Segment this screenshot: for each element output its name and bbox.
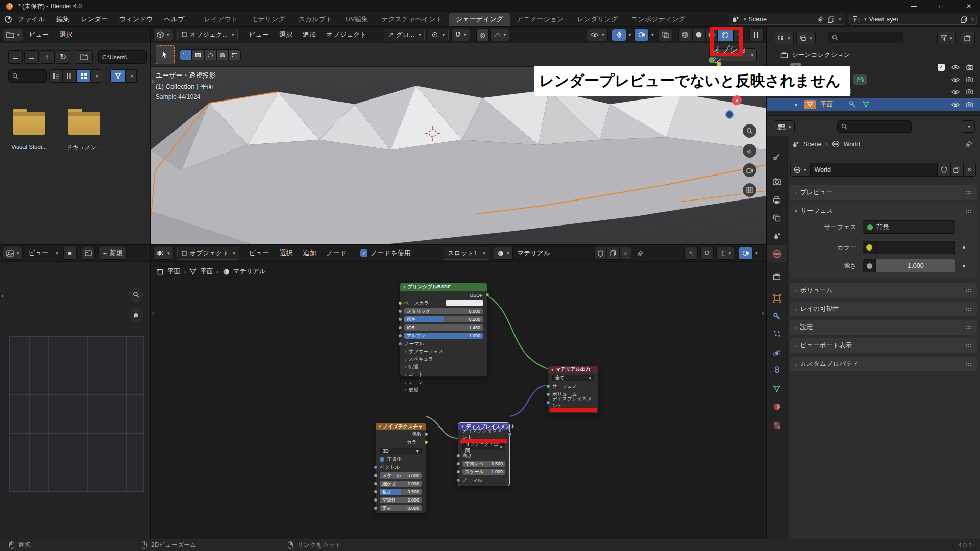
pin-icon[interactable] (965, 140, 973, 148)
filter-icon[interactable] (110, 69, 126, 83)
select-lasso-button[interactable] (216, 49, 229, 60)
hamburger-icon[interactable]: ≡ (63, 247, 77, 260)
blender-menu-icon[interactable] (4, 15, 12, 23)
snap-target-dropdown[interactable]: ▾ (428, 29, 449, 41)
shader-type-dropdown[interactable]: オブジェクト▾ (177, 247, 239, 260)
viewport-pan-hand-icon[interactable] (743, 144, 756, 158)
forward-button[interactable]: → (24, 50, 39, 64)
menu-window[interactable]: ウィンドウ (113, 13, 159, 26)
refresh-button[interactable]: ↻ (56, 50, 70, 64)
display-settings-dropdown[interactable]: ▾ (90, 69, 102, 83)
tab-modifiers[interactable] (767, 308, 787, 325)
image-menu-view[interactable]: ビュー (24, 247, 54, 259)
panel-custom-properties[interactable]: ›カスタムプロパティ (790, 357, 977, 371)
select-circle-button[interactable] (204, 49, 216, 60)
scale-slider[interactable]: スケール1.000 (462, 469, 505, 475)
unlink-scene-icon[interactable]: × (838, 16, 842, 23)
tab-output[interactable] (767, 191, 787, 209)
socket-disp-normal[interactable] (456, 478, 460, 482)
socket-bsdf-out[interactable] (485, 293, 489, 297)
expand-arrow-icon[interactable]: ▸ (795, 102, 798, 107)
new-image-button[interactable]: ＋ 新規 (98, 247, 127, 260)
detail-slider[interactable]: 細かさ2.000 (380, 481, 422, 487)
filter-dropdown[interactable]: ▾ (126, 69, 137, 83)
camera-restrict-icon[interactable] (966, 63, 974, 71)
section-coat[interactable]: ›コート (400, 371, 487, 379)
display-thumbnails-button[interactable] (77, 69, 90, 83)
material-browse-icon[interactable]: ▾ (494, 247, 513, 260)
use-nodes-checkbox[interactable]: ✓ ノードを使用 (360, 248, 411, 258)
base-color-swatch[interactable] (446, 300, 483, 306)
section-subsurface[interactable]: ›サブサーフェス (400, 348, 487, 356)
scene-selector[interactable]: ▾ Scene × (729, 14, 844, 25)
viewlayer-selector[interactable]: ▾ ViewLayer × (849, 14, 977, 25)
shader-editor-type-dropdown[interactable]: ▾ (153, 247, 174, 260)
overlays-dropdown[interactable]: ▾ (651, 32, 654, 37)
eye-icon[interactable] (951, 101, 960, 109)
socket-height-in[interactable] (456, 454, 460, 458)
viewport-menu-select[interactable]: 選択 (275, 29, 297, 41)
viewport-zoom-icon[interactable] (743, 124, 756, 138)
socket-displacement-out[interactable] (508, 432, 512, 436)
viewport-grid-icon[interactable] (743, 183, 756, 197)
parent-node-tree-icon[interactable]: ↰ (684, 247, 698, 260)
panel-viewport-display[interactable]: ›ビューポート表示 (790, 338, 977, 353)
new-viewlayer-icon[interactable] (960, 15, 968, 23)
display-list-vertical-button[interactable] (49, 69, 63, 83)
folder-icon-visual-studio[interactable] (13, 112, 45, 135)
material-name-field[interactable]: マテリアル (513, 246, 595, 260)
outliner-search-input[interactable] (828, 32, 903, 43)
node-noise-texture[interactable]: ▾ノイズテクスチャ 係数 カラー 3D▾ ✓正規化 ベクトル スケール5.000… (375, 422, 426, 513)
tab-scene[interactable] (767, 227, 787, 244)
file-path-field[interactable]: C:\Users\... (98, 50, 147, 64)
file-browser-type-dropdown[interactable]: ▾ (3, 29, 23, 41)
tab-collection[interactable] (767, 268, 787, 285)
camera-restrict-icon[interactable] (966, 101, 974, 109)
new-folder-button[interactable] (76, 50, 93, 64)
properties-options-dropdown[interactable]: ▾ (962, 120, 975, 133)
output-target-dropdown[interactable]: 全て▾ (552, 375, 594, 381)
socket-ior[interactable] (398, 325, 402, 330)
shader-snap-dropdown[interactable]: ▾ (716, 247, 735, 260)
file-menu-select[interactable]: 選択 (55, 29, 77, 41)
noise-dimensions-dropdown[interactable]: 3D▾ (380, 448, 422, 454)
viewport-editor-type-dropdown[interactable]: ▾ (153, 29, 173, 41)
strength-slider[interactable]: 1.000 (863, 259, 955, 272)
gizmo-dropdown[interactable]: ▾ (629, 32, 631, 37)
color-value-field[interactable] (863, 241, 955, 254)
tab-object[interactable] (767, 289, 787, 307)
shader-overlays-dropdown[interactable]: ▾ (755, 251, 758, 256)
socket-metallic[interactable] (398, 309, 402, 313)
noise-scale-slider[interactable]: スケール5.000 (380, 472, 422, 479)
transform-orientation-dropdown[interactable]: グロ...▾ (384, 29, 425, 41)
tab-layout[interactable]: レイアウト (198, 13, 245, 26)
camera-restrict-icon[interactable] (966, 76, 974, 84)
pin-icon[interactable] (636, 249, 645, 257)
animate-dot[interactable] (963, 265, 965, 267)
shader-snap-magnet-icon[interactable] (700, 247, 714, 260)
surface-value-field[interactable]: 背景 (863, 220, 955, 234)
menu-render[interactable]: レンダー (75, 13, 113, 26)
tab-view-layer[interactable] (767, 209, 787, 227)
properties-search-input[interactable] (837, 120, 912, 133)
lacunarity-slider[interactable]: 空隙性2.000 (380, 497, 422, 503)
new-scene-icon[interactable] (827, 15, 836, 23)
folder-label[interactable]: Visual Studi... (4, 144, 55, 150)
tab-modeling[interactable]: モデリング (244, 13, 292, 26)
section-specular[interactable]: ›スペキュラー (400, 356, 487, 363)
gizmo-toggle[interactable] (612, 29, 626, 41)
snap-magnet-icon[interactable]: ▾ (451, 29, 470, 41)
eye-icon[interactable] (951, 88, 960, 96)
outliner-filter-id-dropdown[interactable]: ▾ (796, 32, 816, 44)
tab-texture-paint[interactable]: テクスチャペイント (375, 13, 449, 26)
socket-lacunarity[interactable] (374, 498, 378, 502)
tab-animation[interactable]: アニメーション (510, 13, 571, 26)
unlink-material-icon[interactable]: × (619, 247, 631, 260)
shader-menu-view[interactable]: ビュー (244, 247, 274, 259)
outliner-filter-dropdown[interactable]: ▾ (937, 32, 956, 44)
viewport-menu-object[interactable]: オブジェクト (322, 29, 372, 41)
panel-grip[interactable] (965, 191, 972, 195)
fake-user-shield-icon[interactable] (595, 247, 607, 260)
eye-icon[interactable] (951, 76, 960, 84)
displacement-space-dropdown[interactable]: オブジェクト空間▾ (462, 444, 505, 450)
